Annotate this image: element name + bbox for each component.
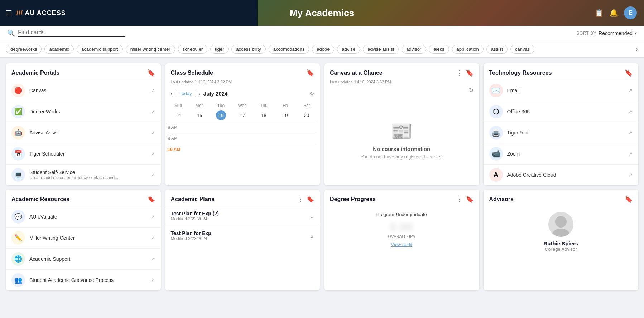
list-item[interactable]: 💻 Student Self-Service Update addresses,…	[6, 164, 161, 185]
external-link-icon[interactable]: ↗	[151, 214, 155, 220]
sort-value[interactable]: Recommended	[599, 30, 633, 36]
advisors-bookmark-icon[interactable]: 🔖	[625, 195, 633, 203]
degree-progress-card: Degree Progress ⋮ 🔖 Program-Undergraduat…	[324, 190, 479, 290]
list-item[interactable]: ✉️ Email ↗	[484, 80, 639, 101]
tag-scheduler[interactable]: scheduler	[178, 45, 207, 54]
list-item[interactable]: ✅ DegreeWorks ↗	[6, 101, 161, 122]
external-link-icon[interactable]: ↗	[628, 130, 633, 136]
avatar[interactable]: E	[624, 6, 637, 19]
external-link-icon[interactable]: ↗	[151, 172, 155, 178]
calendar-nav: ‹ Today › July 2024 ↻	[165, 87, 320, 100]
external-link-icon[interactable]: ↗	[151, 130, 155, 136]
tag-accomodations[interactable]: accomodations	[269, 45, 309, 54]
tech-resources-bookmark-icon[interactable]: 🔖	[625, 69, 633, 77]
advisors-card: Advisors 🔖 Ruthie Spiers College Advisor	[484, 190, 639, 290]
portal-label: Student Self-Service	[29, 170, 118, 175]
tech-icon: ✉️	[489, 84, 503, 97]
tag-application[interactable]: application	[452, 45, 484, 54]
plan-expand-icon[interactable]: ⌄	[309, 233, 314, 239]
cal-today-button[interactable]: Today	[176, 90, 196, 97]
menu-icon[interactable]: ☰	[6, 9, 12, 17]
list-item[interactable]: 📅 Tiger Scheduler ↗	[6, 143, 161, 164]
academic-plans-more-icon[interactable]: ⋮	[297, 195, 303, 203]
clipboard-icon[interactable]: 📋	[595, 9, 604, 17]
academic-resources-bookmark-icon[interactable]: 🔖	[147, 195, 155, 203]
tech-label: Email	[507, 88, 520, 93]
cal-day-header: Wed	[232, 102, 253, 109]
cal-day-num[interactable]: 19	[280, 110, 290, 120]
canvas-no-course-icon: 📰	[390, 121, 413, 142]
tag-degreeworks[interactable]: degreeworks	[6, 45, 42, 54]
tag-accessibility[interactable]: accessibility	[231, 45, 265, 54]
cal-day-num[interactable]: 20	[302, 110, 312, 120]
canvas-empty-title: No course information	[373, 146, 430, 152]
cal-time-row: 8 AM	[168, 122, 317, 133]
view-audit-link[interactable]: View audit	[391, 242, 412, 247]
external-link-icon[interactable]: ↗	[151, 277, 155, 283]
external-link-icon[interactable]: ↗	[628, 109, 633, 114]
tech-label: Adobe Creative Cloud	[507, 172, 556, 178]
resource-icon: 🌐	[11, 252, 25, 266]
tag-assist[interactable]: assist	[486, 45, 508, 54]
tag-adobe[interactable]: adobe	[312, 45, 334, 54]
external-link-icon[interactable]: ↗	[628, 88, 633, 93]
canvas-more-icon[interactable]: ⋮	[456, 69, 463, 77]
tag-miller-writing-center[interactable]: miller writing center	[126, 45, 175, 54]
tag-academic-support[interactable]: academic support	[77, 45, 123, 54]
canvas-refresh-icon[interactable]: ↻	[469, 87, 474, 94]
bell-icon[interactable]: 🔔	[609, 9, 618, 17]
class-schedule-bookmark-icon[interactable]: 🔖	[306, 69, 314, 77]
tag-tiger[interactable]: tiger	[210, 45, 229, 54]
tag-academic[interactable]: academic	[44, 45, 74, 54]
academic-plans-header: Academic Plans ⋮ 🔖	[165, 190, 320, 206]
search-left: 🔍	[7, 29, 576, 37]
external-link-icon[interactable]: ↗	[151, 256, 155, 262]
tag-canvas[interactable]: canvas	[510, 45, 534, 54]
canvas-bookmark-icon[interactable]: 🔖	[466, 69, 474, 77]
tag-advisor[interactable]: advisor	[402, 45, 426, 54]
cal-day-num[interactable]: 15	[194, 110, 205, 120]
external-link-icon[interactable]: ↗	[628, 151, 633, 157]
degree-progress-bookmark-icon[interactable]: 🔖	[466, 195, 474, 203]
tag-advise[interactable]: advise	[337, 45, 360, 54]
search-input[interactable]	[18, 29, 125, 37]
cal-day-num[interactable]: 18	[259, 110, 269, 120]
plan-expand-icon[interactable]: ⌄	[309, 213, 314, 220]
tag-advise-assist[interactable]: advise assist	[363, 45, 399, 54]
plan-item[interactable]: Test Plan for Exp Modified 2/23/2024 ⌄	[165, 226, 320, 245]
list-item[interactable]: 💬 AU eValuate ↗	[6, 206, 161, 227]
list-item[interactable]: 👥 Student Academic Grievance Process ↗	[6, 269, 161, 290]
external-link-icon[interactable]: ↗	[151, 109, 155, 114]
list-item[interactable]: A Adobe Creative Cloud ↗	[484, 164, 639, 185]
cal-day-num[interactable]: 16	[216, 110, 226, 120]
cal-day-num[interactable]: 17	[237, 110, 247, 120]
external-link-icon[interactable]: ↗	[151, 235, 155, 241]
list-item[interactable]: 🔴 Canvas ↗	[6, 80, 161, 101]
bookmark-icon[interactable]: 🔖	[147, 69, 155, 77]
cal-next-icon[interactable]: ›	[199, 90, 201, 97]
chevron-down-icon[interactable]: ▾	[635, 31, 637, 36]
list-item[interactable]: ⬡ Office 365 ↗	[484, 101, 639, 122]
cal-day-num[interactable]: 14	[173, 110, 183, 120]
academic-portals-title: Academic Portals	[11, 70, 59, 76]
resource-label: Miller Writing Center	[29, 235, 75, 241]
list-item[interactable]: 🖨️ TigerPrint ↗	[484, 122, 639, 143]
academic-resources-card: Academic Resources 🔖 💬 AU eValuate ↗ ✏️ …	[6, 190, 161, 290]
external-link-icon[interactable]: ↗	[151, 88, 155, 93]
plan-item[interactable]: Test Plan for Exp (2) Modified 2/23/2024…	[165, 206, 320, 226]
cal-refresh-icon[interactable]: ↻	[309, 90, 314, 97]
tags-scroll-right-icon[interactable]: ›	[636, 45, 638, 53]
degree-progress-more-icon[interactable]: ⋮	[456, 195, 463, 203]
portal-icon: 🔴	[11, 84, 25, 97]
external-link-icon[interactable]: ↗	[628, 172, 633, 178]
external-link-icon[interactable]: ↗	[151, 151, 155, 157]
cal-prev-icon[interactable]: ‹	[171, 90, 173, 97]
list-item[interactable]: 🤖 Advise Assist ↗	[6, 122, 161, 143]
tag-aleks[interactable]: aleks	[429, 45, 449, 54]
list-item[interactable]: ✏️ Miller Writing Center ↗	[6, 227, 161, 248]
list-item[interactable]: 🌐 Academic Support ↗	[6, 248, 161, 269]
resource-icon: ✏️	[11, 231, 25, 245]
academic-plans-bookmark-icon[interactable]: 🔖	[306, 195, 314, 203]
tags-bar: degreeworksacademicacademic supportmille…	[0, 41, 644, 58]
list-item[interactable]: 📹 Zoom ↗	[484, 143, 639, 164]
